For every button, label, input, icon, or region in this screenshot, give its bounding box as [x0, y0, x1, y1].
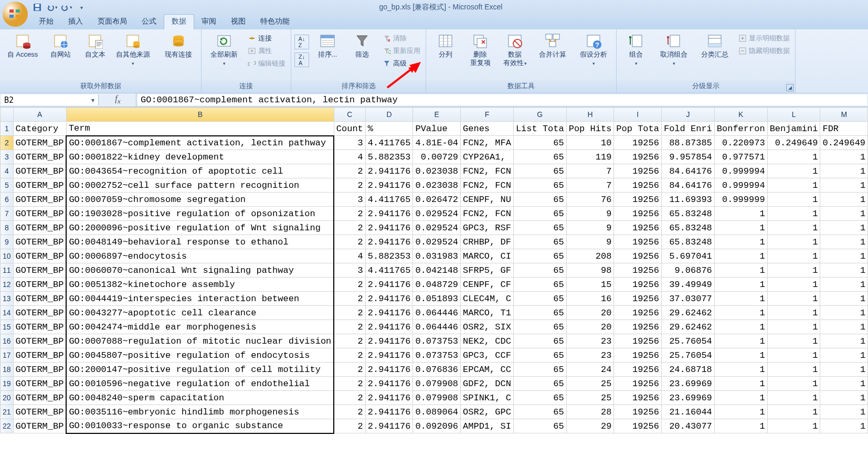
row-header-8[interactable]: 8 — [1, 221, 14, 235]
cell[interactable]: 19256 — [614, 391, 662, 405]
cell[interactable]: 1 — [820, 249, 868, 263]
cell[interactable]: 1 — [714, 391, 767, 405]
cell[interactable]: 19256 — [614, 306, 662, 320]
name-box[interactable]: ▾ — [1, 94, 99, 105]
cell[interactable]: 2 — [334, 348, 365, 363]
cell[interactable]: OSR2, SIX — [461, 320, 514, 334]
cell[interactable]: 2.941176 — [365, 235, 413, 249]
cell[interactable]: GOTERM_BP — [13, 363, 66, 377]
cell[interactable]: 0.079908 — [413, 391, 461, 405]
cell[interactable]: 1 — [714, 363, 767, 377]
cell[interactable]: 39.49949 — [661, 278, 714, 292]
undo-button[interactable]: ▾ — [46, 2, 58, 13]
cell[interactable]: 2 — [334, 306, 365, 320]
cell[interactable]: 4 — [334, 150, 365, 164]
cell[interactable]: 5.882353 — [365, 249, 413, 263]
cell[interactable]: 4.411765 — [365, 136, 413, 150]
cell[interactable]: 3 — [334, 136, 365, 150]
cell[interactable]: 23.69969 — [661, 391, 714, 405]
what-if-button[interactable]: ?假设分析▾ — [574, 31, 613, 69]
cell[interactable]: 0.073753 — [413, 334, 461, 348]
cell[interactable]: 3 — [334, 263, 365, 278]
cell[interactable]: 0.220973 — [714, 136, 767, 150]
cell[interactable]: GOTERM_BP — [13, 292, 66, 306]
cell[interactable]: GOTERM_BP — [13, 193, 66, 207]
cell[interactable]: 1 — [767, 193, 820, 207]
cell[interactable]: 9.957854 — [661, 150, 714, 164]
cell[interactable]: 65 — [513, 235, 566, 249]
cell[interactable]: 25.76054 — [661, 348, 714, 363]
cell[interactable]: CRHBP, DF — [461, 235, 514, 249]
cell[interactable]: 0.023038 — [413, 178, 461, 193]
cell[interactable]: GO:0035116~embryonic hindlimb morphogene… — [66, 405, 334, 419]
cell[interactable]: MARCO, CI — [461, 249, 514, 263]
cell[interactable]: 2 — [334, 221, 365, 235]
tab-审阅[interactable]: 审阅 — [194, 15, 224, 29]
cell[interactable]: 19256 — [614, 363, 662, 377]
qat-customize[interactable]: ▾ — [76, 2, 87, 13]
cell[interactable]: 0.048729 — [413, 278, 461, 292]
cell[interactable]: GO:0045807~positive regulation of endocy… — [66, 348, 334, 363]
cell[interactable]: 37.03077 — [661, 292, 714, 306]
col-header-E[interactable]: E — [413, 108, 461, 122]
cell[interactable]: 9 — [566, 235, 614, 249]
row-header-14[interactable]: 14 — [1, 306, 14, 320]
cell[interactable]: NEK2, CDC — [461, 334, 514, 348]
cell[interactable]: GOTERM_BP — [13, 136, 66, 150]
cell[interactable]: GPC3, RSF — [461, 221, 514, 235]
cell[interactable]: 65.83248 — [661, 235, 714, 249]
cell[interactable]: 1 — [714, 278, 767, 292]
cell[interactable]: GO:0043277~apoptotic cell clearance — [66, 306, 334, 320]
row-header-21[interactable]: 21 — [1, 405, 14, 419]
cell[interactable]: FCN2, FCN — [461, 164, 514, 178]
cell[interactable]: 1 — [714, 292, 767, 306]
cell[interactable]: 1 — [714, 306, 767, 320]
cell[interactable]: Genes — [461, 122, 514, 136]
cell[interactable]: 1 — [767, 292, 820, 306]
cell[interactable]: 65 — [513, 419, 566, 433]
cell[interactable]: 2.941176 — [365, 419, 413, 433]
tab-特色功能[interactable]: 特色功能 — [253, 15, 297, 29]
row-header-7[interactable]: 7 — [1, 207, 14, 221]
cell[interactable]: CENPF, NU — [461, 193, 514, 207]
cell[interactable]: 0.029524 — [413, 221, 461, 235]
cell[interactable]: 2 — [334, 419, 365, 433]
cell[interactable]: 0.999994 — [714, 178, 767, 193]
cell[interactable]: 1 — [767, 150, 820, 164]
from-web-button[interactable]: 自网站 — [44, 31, 77, 60]
cell[interactable]: Count — [334, 122, 365, 136]
from-other-sources-button[interactable]: 自其他来源▾ — [113, 31, 152, 69]
cell[interactable]: 23 — [566, 348, 614, 363]
text-to-columns-button[interactable]: 分列 — [429, 31, 462, 60]
cell[interactable]: FCN2, MFA — [461, 136, 514, 150]
cell[interactable]: 9.06876 — [661, 263, 714, 278]
cell[interactable]: GO:0051382~kinetochore assembly — [66, 278, 334, 292]
cell[interactable]: 1 — [714, 405, 767, 419]
cell[interactable]: 0.999999 — [714, 193, 767, 207]
cell[interactable]: 7 — [566, 164, 614, 178]
cell[interactable]: 1 — [820, 320, 868, 334]
cell[interactable]: 1 — [767, 263, 820, 278]
cell[interactable]: 19256 — [614, 377, 662, 391]
cell[interactable]: GO:0007059~chromosome segregation — [66, 193, 334, 207]
office-button[interactable] — [1, 0, 29, 28]
cell[interactable]: 19256 — [614, 348, 662, 363]
cell[interactable]: GOTERM_BP — [13, 405, 66, 419]
cell[interactable]: 15 — [566, 278, 614, 292]
cell[interactable]: 208 — [566, 249, 614, 263]
cell[interactable]: 1 — [820, 193, 868, 207]
cell[interactable]: 23 — [566, 334, 614, 348]
cell[interactable]: EPCAM, CC — [461, 363, 514, 377]
cell[interactable]: Fold Enri — [661, 122, 714, 136]
row-header-5[interactable]: 5 — [1, 178, 14, 193]
cell[interactable]: 4 — [334, 249, 365, 263]
col-header-I[interactable]: I — [614, 108, 662, 122]
cell[interactable]: GO:0060070~canonical Wnt signaling pathw… — [66, 263, 334, 278]
group-rows-button[interactable]: 组合▾ — [620, 31, 652, 69]
cell[interactable]: 19256 — [614, 249, 662, 263]
cell[interactable]: 5.882353 — [365, 150, 413, 164]
row-header-22[interactable]: 22 — [1, 419, 14, 433]
cell[interactable]: 65 — [513, 348, 566, 363]
cell[interactable]: 1 — [767, 320, 820, 334]
cell[interactable]: GO:0010596~negative regulation of endoth… — [66, 377, 334, 391]
